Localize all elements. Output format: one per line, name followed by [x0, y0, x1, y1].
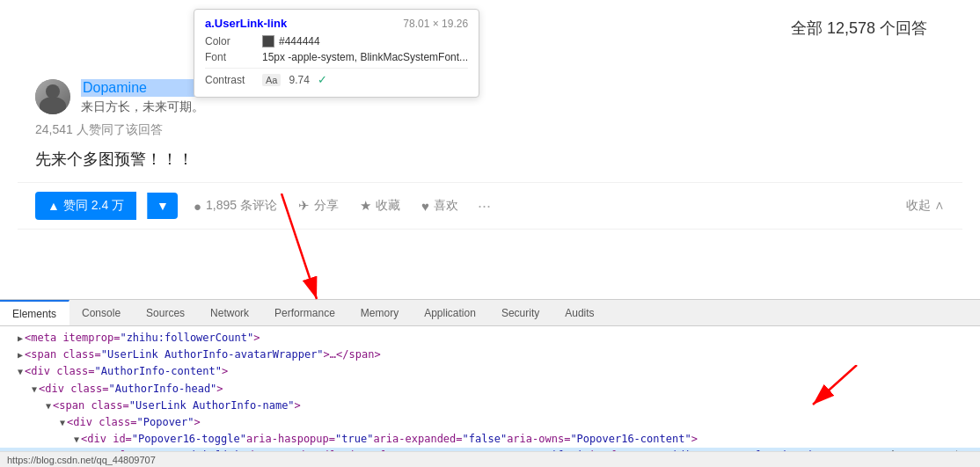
comment-label: 1,895 条评论: [206, 198, 277, 214]
author-name[interactable]: Dopamine: [81, 79, 204, 97]
upvote-dropdown-button[interactable]: ▼: [147, 193, 178, 219]
tooltip-contrast-row: Contrast Aa 9.74 ✓: [205, 73, 468, 86]
code-line-8-highlighted: ▶ <a class="UserLink-link" data-za-detai…: [0, 448, 980, 451]
upvote-triangle-icon: ▲: [48, 199, 60, 213]
tab-console[interactable]: Console: [69, 300, 134, 325]
tab-security[interactable]: Security: [489, 300, 552, 325]
star-icon: ★: [360, 198, 371, 214]
tooltip-divider: [205, 68, 468, 69]
like-action[interactable]: ♥ 喜欢: [416, 198, 464, 214]
avatar[interactable]: [35, 79, 70, 114]
contrast-score: 9.74: [289, 74, 309, 86]
code-line-5: ▼ <span class="UserLink AuthorInfo-name"…: [0, 398, 980, 414]
aa-badge: Aa: [262, 74, 281, 86]
heart-icon: ♥: [421, 199, 429, 214]
tab-network[interactable]: Network: [198, 300, 262, 325]
triangle-icon-4[interactable]: ▼: [32, 383, 37, 397]
color-value: #444444: [262, 35, 320, 47]
devtools-code-area[interactable]: ▶ <meta itemprop="zhihu:followerCount" >…: [0, 326, 980, 451]
more-icon: ···: [478, 197, 491, 215]
status-bar: https://blog.csdn.net/qq_44809707: [0, 451, 980, 467]
code-line-1: ▶ <meta itemprop="zhihu:followerCount" >: [0, 330, 980, 347]
color-swatch: [262, 35, 274, 47]
inspector-tooltip: a.UserLink-link 78.01 × 19.26 Color #444…: [194, 9, 479, 98]
collect-action[interactable]: ★ 收藏: [355, 198, 406, 214]
tooltip-element-name: a.UserLink-link: [205, 17, 287, 30]
top-content-area: a.UserLink-link 78.01 × 19.26 Color #444…: [0, 0, 980, 299]
devtools-tabs: Elements Console Sources Network Perform…: [0, 300, 980, 326]
tooltip-font-row: Font 15px -apple-system, BlinkMacSystemF…: [205, 51, 468, 63]
triangle-icon-7[interactable]: ▼: [74, 433, 79, 447]
comment-action[interactable]: ● 1,895 条评论: [188, 198, 282, 214]
color-label: Color: [205, 35, 262, 47]
tooltip-title: a.UserLink-link 78.01 × 19.26: [205, 17, 468, 30]
tab-performance[interactable]: Performance: [262, 300, 348, 325]
code-line-3: ▼ <div class="AuthorInfo-content">: [0, 363, 980, 380]
collapse-action[interactable]: 收起 ∧: [906, 198, 945, 214]
collect-label: 收藏: [376, 198, 400, 214]
share-label: 分享: [314, 198, 339, 214]
triangle-icon-6[interactable]: ▼: [60, 416, 65, 430]
font-value: 15px -apple-system, BlinkMacSystemFont..…: [262, 51, 468, 63]
upvote-button[interactable]: ▲ 赞同 2.4 万: [35, 192, 136, 220]
tooltip-dims: 78.01 × 19.26: [403, 18, 468, 30]
code-line-7: ▼ <div id="Popover16-toggle" aria-haspop…: [0, 431, 980, 448]
upvote-label: 赞同 2.4 万: [63, 198, 124, 214]
contrast-value: Aa 9.74 ✓: [262, 73, 327, 86]
code-line-6: ▼ <div class="Popover">: [0, 414, 980, 431]
devtools-panel: Elements Console Sources Network Perform…: [0, 299, 980, 467]
collapse-label: 收起 ∧: [906, 198, 945, 212]
contrast-label: Contrast: [205, 74, 262, 86]
tab-application[interactable]: Application: [412, 300, 489, 325]
triangle-icon-1[interactable]: ▶: [18, 332, 23, 346]
code-line-2: ▶ <span class="UserLink AuthorInfo-avata…: [0, 347, 980, 363]
like-count: 24,541 人赞同了该回答: [18, 115, 962, 145]
font-label: Font: [205, 51, 262, 63]
triangle-icon-2[interactable]: ▶: [18, 348, 23, 362]
color-hex: #444444: [279, 35, 320, 47]
answer-preview: 先来个多图预警！！！: [18, 145, 962, 173]
author-info: Dopamine 来日方长，未来可期。: [81, 79, 204, 115]
avatar-image: [35, 79, 70, 114]
contrast-check-icon: ✓: [318, 73, 327, 86]
triangle-icon-3[interactable]: ▼: [18, 365, 23, 379]
tab-memory[interactable]: Memory: [348, 300, 412, 325]
action-bar: ▲ 赞同 2.4 万 ▼ ● 1,895 条评论 ✈ 分享 ★ 收藏 ♥ 喜欢 …: [18, 182, 962, 230]
triangle-icon-5[interactable]: ▼: [46, 399, 51, 413]
tab-elements[interactable]: Elements: [0, 300, 69, 325]
dropdown-arrow-icon: ▼: [157, 199, 169, 213]
more-action[interactable]: ···: [478, 197, 491, 215]
share-icon: ✈: [298, 198, 310, 214]
comment-icon: ●: [194, 199, 201, 214]
author-section: Dopamine 来日方长，未来可期。: [18, 53, 962, 115]
share-action[interactable]: ✈ 分享: [293, 198, 344, 214]
answer-count: 全部 12,578 个回答: [791, 18, 927, 39]
tooltip-color-row: Color #444444: [205, 35, 468, 47]
code-line-4: ▼ <div class="AuthorInfo-head">: [0, 381, 980, 398]
tab-audits[interactable]: Audits: [552, 300, 607, 325]
like-label: 喜欢: [434, 198, 458, 214]
tab-sources[interactable]: Sources: [134, 300, 198, 325]
status-url: https://blog.csdn.net/qq_44809707: [7, 455, 156, 465]
author-desc: 来日方长，未来可期。: [81, 99, 204, 115]
